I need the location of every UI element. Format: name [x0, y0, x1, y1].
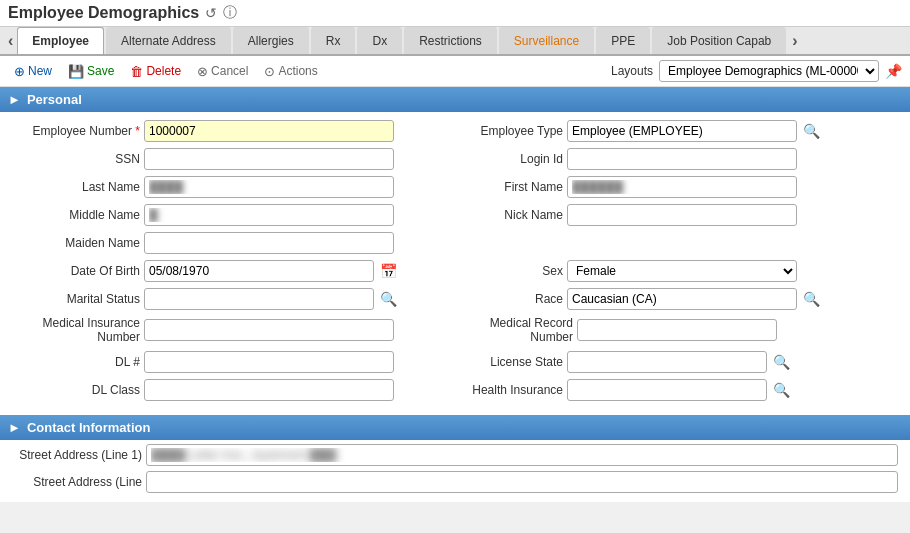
cancel-button[interactable]: ⊗ Cancel [191, 62, 254, 81]
personal-section-header[interactable]: ► Personal [0, 87, 910, 112]
marital-status-input[interactable] [144, 288, 374, 310]
layouts-select[interactable]: Employee Demographics (ML-000001) [659, 60, 879, 82]
form-row-10: DL Class Health Insurance 🔍 [12, 379, 898, 407]
medical-insurance-row: Medical Insurance Number [20, 316, 447, 345]
marital-status-search-btn[interactable]: 🔍 [378, 291, 399, 307]
toolbar: ⊕ New 💾 Save 🗑 Delete ⊗ Cancel ⊙ Actions… [0, 56, 910, 87]
street-address-2-input[interactable] [146, 471, 898, 493]
tab-ppe[interactable]: PPE [596, 27, 650, 54]
personal-expand-icon: ► [8, 92, 21, 107]
form-row-6: Date Of Birth 📅 Sex Female Male [12, 260, 898, 288]
tab-right-arrow[interactable]: › [788, 32, 801, 50]
first-name-input[interactable] [567, 176, 797, 198]
middle-name-label: Middle Name [20, 208, 140, 222]
new-icon: ⊕ [14, 64, 25, 79]
tab-rx[interactable]: Rx [311, 27, 356, 54]
employee-number-input[interactable] [144, 120, 394, 142]
form-col-right-10: Health Insurance 🔍 [455, 379, 898, 407]
form-col-right-3: First Name [455, 176, 898, 204]
login-id-input[interactable] [567, 148, 797, 170]
page-title: Employee Demographics [8, 4, 199, 22]
tab-alternate-address[interactable]: Alternate Address [106, 27, 231, 54]
street-address-1-label: Street Address (Line 1) [12, 448, 142, 462]
save-label: Save [87, 64, 114, 78]
dl-number-label: DL # [20, 355, 140, 369]
tabs-bar: ‹ Employee Alternate Address Allergies R… [0, 27, 910, 56]
layouts-label: Layouts [611, 64, 653, 78]
ssn-input[interactable] [144, 148, 394, 170]
last-name-label: Last Name [20, 180, 140, 194]
license-state-input[interactable] [567, 351, 767, 373]
personal-form: Employee Number Employee Type 🔍 SSN Logi… [0, 112, 910, 415]
form-col-right-4: Nick Name [455, 204, 898, 232]
contact-section-header[interactable]: ► Contact Information [0, 415, 910, 440]
dl-class-label: DL Class [20, 383, 140, 397]
employee-type-input[interactable] [567, 120, 797, 142]
employee-type-search-btn[interactable]: 🔍 [801, 123, 822, 139]
nick-name-label: Nick Name [463, 208, 563, 222]
actions-button[interactable]: ⊙ Actions [258, 62, 323, 81]
race-search-btn[interactable]: 🔍 [801, 291, 822, 307]
maiden-name-label: Maiden Name [20, 236, 140, 250]
form-row-5: Maiden Name [12, 232, 898, 260]
medical-record-input[interactable] [577, 319, 777, 341]
last-name-input[interactable] [144, 176, 394, 198]
refresh-icon[interactable]: ↺ [205, 5, 217, 21]
save-button[interactable]: 💾 Save [62, 62, 120, 81]
medical-insurance-input[interactable] [144, 319, 394, 341]
delete-button[interactable]: 🗑 Delete [124, 62, 187, 81]
tab-allergies[interactable]: Allergies [233, 27, 309, 54]
form-col-left-2: SSN [12, 148, 455, 176]
form-col-left-1: Employee Number [12, 120, 455, 148]
dl-class-row: DL Class [20, 379, 447, 401]
dl-number-input[interactable] [144, 351, 394, 373]
health-insurance-search-btn[interactable]: 🔍 [771, 382, 792, 398]
maiden-name-input[interactable] [144, 232, 394, 254]
dob-row: Date Of Birth 📅 [20, 260, 447, 282]
tab-job-position[interactable]: Job Position Capab [652, 27, 786, 54]
tab-employee[interactable]: Employee [17, 27, 104, 54]
delete-icon: 🗑 [130, 64, 143, 79]
delete-label: Delete [146, 64, 181, 78]
form-col-left-10: DL Class [12, 379, 455, 407]
dob-input[interactable] [144, 260, 374, 282]
license-state-search-btn[interactable]: 🔍 [771, 354, 792, 370]
health-insurance-label: Health Insurance [463, 383, 563, 397]
calendar-btn[interactable]: 📅 [378, 263, 399, 279]
form-col-left-9: DL # [12, 351, 455, 379]
marital-status-label: Marital Status [20, 292, 140, 306]
actions-icon: ⊙ [264, 64, 275, 79]
medical-record-label: Medical Record Number [463, 316, 573, 345]
employee-type-row: Employee Type 🔍 [463, 120, 890, 142]
medical-record-row: Medical Record Number [463, 316, 890, 345]
health-insurance-input[interactable] [567, 379, 767, 401]
sex-select[interactable]: Female Male [567, 260, 797, 282]
new-button[interactable]: ⊕ New [8, 62, 58, 81]
employee-number-label: Employee Number [20, 124, 140, 138]
first-name-label: First Name [463, 180, 563, 194]
personal-section-title: Personal [27, 92, 82, 107]
middle-name-input[interactable] [144, 204, 394, 226]
tab-restrictions[interactable]: Restrictions [404, 27, 497, 54]
street-address-2-label: Street Address (Line [12, 475, 142, 489]
street-address-1-input[interactable] [146, 444, 898, 466]
dl-number-row: DL # [20, 351, 447, 373]
race-input[interactable] [567, 288, 797, 310]
dl-class-input[interactable] [144, 379, 394, 401]
sex-row: Sex Female Male [463, 260, 890, 282]
maiden-name-row: Maiden Name [20, 232, 447, 254]
race-label: Race [463, 292, 563, 306]
tab-dx[interactable]: Dx [357, 27, 402, 54]
first-name-row: First Name [463, 176, 890, 198]
form-row-3: Last Name First Name [12, 176, 898, 204]
tab-left-arrow[interactable]: ‹ [4, 32, 17, 50]
form-row-9: DL # License State 🔍 [12, 351, 898, 379]
form-col-left-4: Middle Name [12, 204, 455, 232]
pin-icon[interactable]: 📌 [885, 63, 902, 79]
info-icon[interactable]: ⓘ [223, 4, 237, 22]
cancel-icon: ⊗ [197, 64, 208, 79]
tab-surveillance[interactable]: Surveillance [499, 27, 594, 54]
cancel-label: Cancel [211, 64, 248, 78]
nick-name-input[interactable] [567, 204, 797, 226]
form-col-right-5 [455, 232, 898, 260]
